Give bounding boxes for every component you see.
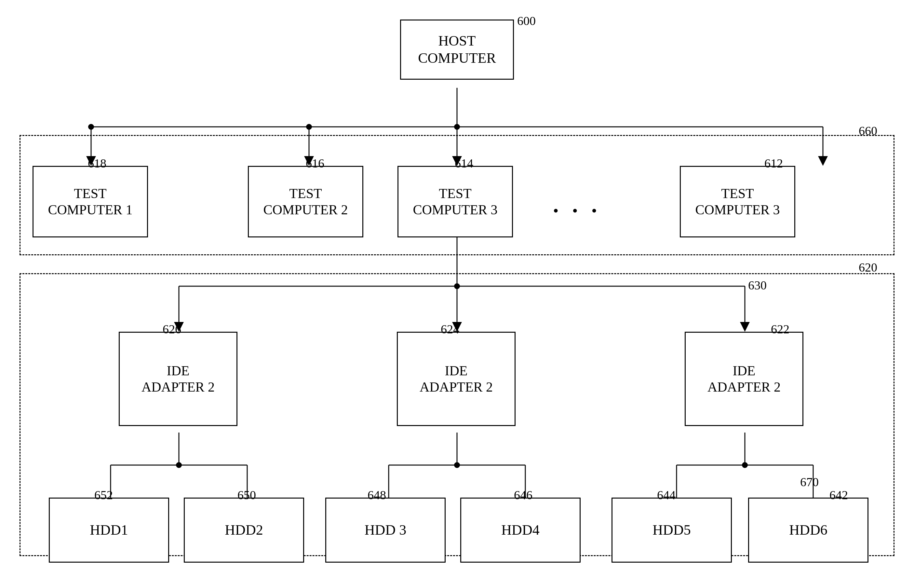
svg-point-3 [88,124,94,130]
ref-646: 646 [514,488,533,502]
ide-adapter-622-box: IDEADAPTER 2 [685,332,803,426]
host-computer-box: HOSTCOMPUTER [400,19,514,80]
ref-622: 622 [771,322,790,336]
ref-624: 624 [441,322,459,336]
ref-616: 616 [306,156,324,170]
hdd2-box: HDD2 [184,498,304,563]
svg-point-5 [454,124,460,130]
diagram: HOSTCOMPUTER 600 660 TESTCOMPUTER 1 618 … [0,0,914,588]
hdd5-box: HDD5 [612,498,732,563]
ref-660: 660 [859,124,877,138]
ref-652: 652 [94,488,113,502]
test-computer-3-box: TESTCOMPUTER 3 [397,166,513,237]
ref-620: 620 [859,260,877,275]
ref-642: 642 [829,488,848,502]
hdd3-box: HDD 3 [325,498,446,563]
hdd4-box: HDD4 [460,498,581,563]
ref-670: 670 [800,475,819,489]
ref-630: 630 [748,278,767,292]
test-computer-4-box: TESTCOMPUTER 3 [680,166,795,237]
hdd1-box: HDD1 [49,498,169,563]
ellipsis: . . . [553,192,601,218]
ref-650: 650 [237,488,256,502]
test-computer-1-box: TESTCOMPUTER 1 [32,166,148,237]
svg-point-4 [306,124,312,130]
ref-600: 600 [517,14,536,28]
ref-626: 626 [163,322,181,336]
ref-614: 614 [455,156,473,170]
ide-adapter-624-box: IDEADAPTER 2 [397,332,515,426]
hdd6-box: HDD6 [748,498,869,563]
test-computer-2-box: TESTCOMPUTER 2 [248,166,363,237]
ide-adapter-626-box: IDEADAPTER 2 [119,332,237,426]
ref-644: 644 [657,488,676,502]
ref-648: 648 [368,488,386,502]
ref-612: 612 [764,156,783,170]
ref-618: 618 [88,156,107,170]
